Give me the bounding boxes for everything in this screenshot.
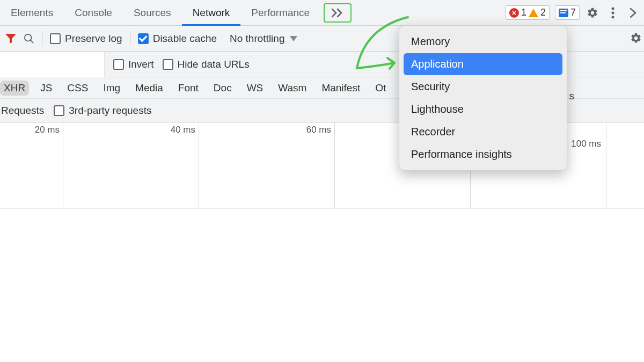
preserve-log-checkbox[interactable]: Preserve log <box>50 33 122 45</box>
network-settings-button[interactable] <box>630 32 642 47</box>
messages-badge[interactable]: 7 <box>555 5 580 20</box>
svg-point-1 <box>612 11 614 14</box>
type-media[interactable]: Media <box>131 81 167 96</box>
tab-console[interactable]: Console <box>64 0 123 26</box>
timeline-label: 40 ms <box>171 125 195 135</box>
kebab-icon <box>611 7 614 19</box>
type-doc[interactable]: Doc <box>210 81 236 96</box>
disable-cache-label: Disable cache <box>153 33 217 45</box>
type-other[interactable]: Ot <box>371 81 390 96</box>
requests-label-truncated: Requests <box>1 105 44 117</box>
error-icon: × <box>509 8 519 18</box>
timeline-label: 20 ms <box>35 125 60 135</box>
invert-label: Invert <box>128 59 154 70</box>
type-xhr[interactable]: XHR <box>0 81 29 96</box>
svg-point-3 <box>25 34 32 41</box>
search-icon[interactable] <box>24 33 34 44</box>
throttling-select[interactable]: No throttling <box>224 33 303 45</box>
svg-point-2 <box>612 16 614 18</box>
checkbox-icon <box>113 59 124 70</box>
menu-item-memory[interactable]: Memory <box>404 31 562 53</box>
svg-line-4 <box>31 40 33 42</box>
warning-icon <box>529 9 538 17</box>
invert-checkbox[interactable]: Invert <box>113 59 154 70</box>
disable-cache-checkbox[interactable]: Disable cache <box>138 33 217 45</box>
tab-performance[interactable]: Performance <box>240 0 320 26</box>
hide-data-urls-checkbox[interactable]: Hide data URLs <box>163 59 250 70</box>
throttling-value: No throttling <box>230 33 284 45</box>
checkbox-checked-icon <box>138 33 149 44</box>
chevron-right-icon <box>630 8 637 18</box>
hide-data-urls-label: Hide data URLs <box>178 59 250 70</box>
gear-icon <box>630 32 642 44</box>
type-img[interactable]: Img <box>99 81 124 96</box>
menu-item-recorder[interactable]: Recorder <box>404 121 562 143</box>
tab-sources[interactable]: Sources <box>123 0 182 26</box>
timeline-label: 60 ms <box>306 125 331 135</box>
checkbox-icon <box>163 59 173 70</box>
filter-icon[interactable] <box>5 34 16 44</box>
type-font[interactable]: Font <box>174 81 202 96</box>
message-icon <box>559 9 568 17</box>
third-party-label: 3rd-party requests <box>69 105 151 117</box>
type-css[interactable]: CSS <box>63 81 92 96</box>
menu-item-lighthouse[interactable]: Lighthouse <box>404 98 562 120</box>
warning-count: 2 <box>540 7 546 18</box>
divider <box>130 31 130 46</box>
settings-button[interactable] <box>585 5 600 20</box>
console-status-badges[interactable]: × 1 2 <box>506 5 550 20</box>
message-count: 7 <box>570 7 576 18</box>
menu-item-application[interactable]: Application <box>404 53 562 75</box>
tab-network[interactable]: Network <box>182 0 241 26</box>
menu-item-performance-insights[interactable]: Performance insights <box>404 143 562 165</box>
filter-input[interactable] <box>0 52 105 77</box>
truncated-text: s <box>569 90 575 102</box>
checkbox-icon <box>54 105 64 116</box>
devtools-tabs-bar: Elements Console Sources Network Perform… <box>0 0 644 26</box>
gear-icon <box>587 7 598 19</box>
svg-point-0 <box>612 7 614 10</box>
right-controls: × 1 2 7 <box>506 5 644 20</box>
overflow-tabs-menu: Memory Application Security Lighthouse R… <box>399 25 567 171</box>
type-ws[interactable]: WS <box>243 81 267 96</box>
error-count: 1 <box>521 7 526 18</box>
dock-side-button[interactable] <box>626 5 641 20</box>
tab-elements[interactable]: Elements <box>0 0 64 26</box>
type-manifest[interactable]: Manifest <box>318 81 364 96</box>
dropdown-triangle-icon <box>290 36 297 41</box>
type-wasm[interactable]: Wasm <box>274 81 310 96</box>
timeline-label: 100 ms <box>571 139 601 149</box>
more-tabs-button[interactable] <box>324 3 352 23</box>
kebab-menu-button[interactable] <box>605 5 620 20</box>
chevron-double-right-icon <box>331 8 344 18</box>
menu-item-security[interactable]: Security <box>404 76 562 98</box>
preserve-log-label: Preserve log <box>65 33 122 45</box>
third-party-checkbox[interactable]: 3rd-party requests <box>54 105 151 117</box>
divider <box>42 31 42 46</box>
type-js[interactable]: JS <box>36 81 56 96</box>
checkbox-icon <box>50 33 61 44</box>
